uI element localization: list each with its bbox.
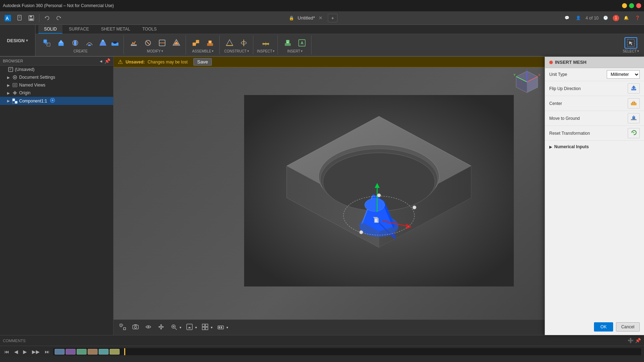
camera-btn[interactable] [131,322,141,333]
timeline-item[interactable] [99,349,109,355]
timeline-play-btn[interactable]: ▶ [22,348,28,355]
construct-dropdown-arrow[interactable]: ▾ [247,49,249,53]
inspect-btn1[interactable] [259,37,272,49]
svg-rect-63 [12,101,15,104]
browser-item-named-views[interactable]: ▶ Named Views [0,81,113,89]
loft-btn[interactable] [97,37,109,49]
clock-button[interactable]: 🕐 [601,15,610,21]
extrude-btn[interactable] [55,37,67,49]
tab-tools[interactable]: TOOLS [137,25,162,34]
timeline-track[interactable] [53,348,641,355]
orbit-btn[interactable] [143,322,153,333]
svg-rect-18 [88,44,90,46]
profile-button[interactable]: 👤 [574,15,583,21]
modify-btn1[interactable] [127,37,140,49]
close-file-icon[interactable]: ✕ [319,15,323,21]
timeline-play-back-btn[interactable]: ◀ [13,348,20,355]
help-button[interactable]: ❓ [633,15,642,21]
fit-btn[interactable] [118,322,128,333]
assemble-btn1[interactable] [189,37,202,49]
inspect-dropdown-arrow[interactable]: ▾ [273,49,275,53]
numerical-inputs-header[interactable]: ▶ Numerical Inputs [549,143,640,151]
close-button[interactable] [636,3,641,8]
save-changes-button[interactable]: Save [193,58,212,66]
browser-pin-btn[interactable]: 📌 [104,58,110,64]
timeline-item[interactable] [66,349,76,355]
save-button[interactable] [26,14,36,22]
new-component-btn[interactable] [40,37,53,49]
timeline-item[interactable] [77,349,87,355]
create-label: CREATE [73,49,88,53]
move-to-ground-button[interactable] [628,113,640,123]
new-file-button[interactable] [15,14,25,22]
cancel-button[interactable]: Cancel [616,322,640,332]
svg-rect-57 [13,84,16,86]
flip-up-direction-button[interactable] [628,83,640,94]
svg-point-96 [413,206,416,209]
comments-add-btn[interactable]: ➕ [628,338,634,343]
timeline-item[interactable] [88,349,98,355]
timeline-item[interactable] [110,349,120,355]
browser-collapse-btn[interactable]: ◂ [100,58,102,64]
ribbon: DESIGN ▾ SOLID SURFACE SHEET METAL TOOLS [0,25,644,57]
comments-pin-btn[interactable]: 📌 [635,338,641,343]
new-tab-button[interactable]: ＋ [328,14,337,22]
sweep-btn[interactable] [83,37,96,49]
insert-btn1[interactable] [281,37,294,49]
redo-button[interactable] [54,14,64,22]
zoom-dropdown-btn[interactable]: ▾ [179,325,182,330]
chat-button[interactable]: 💬 [563,15,571,21]
timeline-play-forward-btn[interactable]: ▶▶ [31,348,41,355]
minimize-button[interactable] [622,3,627,8]
modify-dropdown-arrow[interactable]: ▾ [161,49,163,53]
assemble-btn2[interactable] [204,37,216,49]
unsaved-label: (Unsaved) [15,67,34,72]
maximize-button[interactable] [629,3,634,8]
environment-dropdown-btn[interactable]: ▾ [226,325,229,330]
timeline-item[interactable] [55,349,65,355]
modify-btn2[interactable] [142,37,154,49]
browser-item-origin[interactable]: ▶ Origin [0,89,113,97]
browser-item-doc-settings[interactable]: ▶ Document Settings [0,73,113,81]
modify-btn4[interactable] [170,37,183,49]
design-dropdown[interactable]: DESIGN ▾ [0,25,35,56]
timeline-prev-btn[interactable]: ⏮ [3,348,11,355]
modify-btn3[interactable] [156,37,169,49]
undo-button[interactable] [42,14,52,22]
assemble-dropdown-arrow[interactable]: ▾ [212,49,214,53]
inspect-group: INSPECT ▾ [254,35,278,55]
unit-type-select[interactable]: Millimeter Centimeter Meter Inch Foot [607,70,640,79]
insert-btn2[interactable]: A [296,37,308,49]
environment-btn[interactable] [216,322,226,333]
ok-button[interactable]: OK [594,322,613,332]
browser-item-unsaved[interactable]: (Unsaved) [0,66,113,73]
svg-rect-6 [30,16,32,17]
browser-item-component[interactable]: ▶ Component1:1 [0,97,113,105]
timeline-next-btn[interactable]: ⏭ [43,348,51,355]
select-dropdown-arrow[interactable]: ▾ [637,49,639,53]
zoom-btn[interactable] [169,322,179,333]
construct-btn1[interactable] [223,37,236,49]
grid-dropdown-btn[interactable]: ▾ [210,325,213,330]
render-dropdown-btn[interactable]: ▾ [195,325,197,330]
select-btn[interactable] [624,37,637,49]
reset-transformation-button[interactable] [628,128,640,138]
file-tab[interactable]: 🔒 Untitled* ✕ ＋ [65,14,561,22]
grid-btn[interactable] [200,322,210,333]
center-button[interactable] [628,98,640,108]
tab-solid[interactable]: SOLID [38,25,62,34]
app-menu-button[interactable]: A [2,13,13,23]
notification-button[interactable]: 🔔 [622,15,631,21]
insert-dropdown-arrow[interactable]: ▾ [301,49,303,53]
tab-surface[interactable]: SURFACE [63,25,95,34]
construct-btn2[interactable] [237,37,250,49]
revolve-btn[interactable] [69,37,82,49]
svg-rect-10 [44,39,47,43]
move-to-ground-row: Move to Ground [545,111,644,126]
flip-up-direction-row: Flip Up Direction [545,81,644,96]
hole-btn[interactable] [109,37,121,49]
pan-btn[interactable] [156,322,166,333]
titlebar: Autodesk Fusion 360 (Personal – Not for … [0,0,644,11]
tab-sheet-metal[interactable]: SHEET METAL [95,25,136,34]
render-mode-btn[interactable] [185,322,194,333]
